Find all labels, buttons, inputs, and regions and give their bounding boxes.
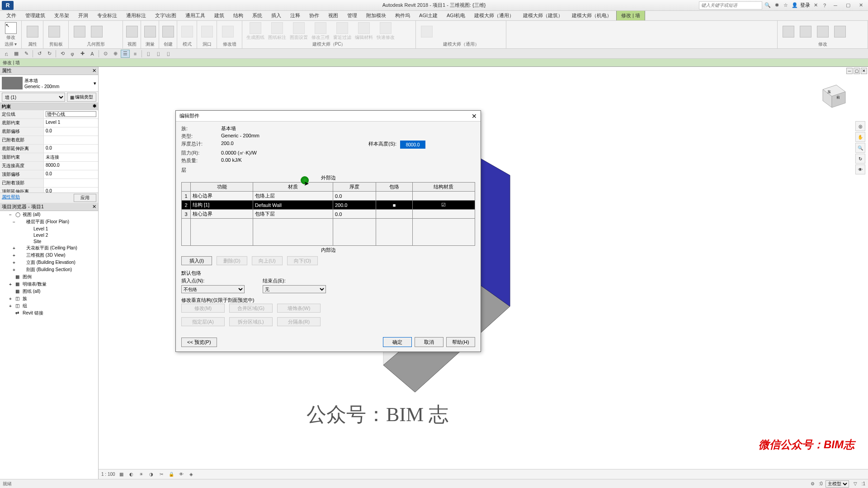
down-button[interactable]: 向下(O) [287,256,318,265]
temp-hide-icon[interactable]: 👁 [178,471,185,478]
modify-wall-tool[interactable] [220,22,236,41]
ribbon-tab[interactable]: 建模大师（通用） [470,11,519,20]
nav-orbit-icon[interactable]: ↻ [855,154,865,164]
cancel-button[interactable]: 取消 [415,337,443,347]
property-row[interactable]: 已附着底部 [0,136,98,145]
tree-item[interactable]: Level 1 [0,225,98,232]
mode-tool[interactable] [180,22,194,41]
create-tool[interactable] [162,22,174,41]
tree-item[interactable]: +天花板平面 (Ceiling Plan) [0,244,98,252]
view-close-icon[interactable]: ✕ [861,68,867,74]
tree-item[interactable]: ⇄Revit 链接 [0,310,98,317]
pc-tool[interactable]: 窗近过滤 [332,22,353,41]
project-browser[interactable]: −◯视图 (all)−楼层平面 (Floor Plan)Level 1Level… [0,211,98,479]
property-row[interactable]: 定位线 [0,110,98,119]
status-icon[interactable]: ⚙ [809,480,816,488]
ribbon-tab[interactable]: 构件坞 [391,11,415,20]
property-row[interactable]: 无连接高度8000.0 [0,162,98,170]
maximize-button[interactable]: ▢ [843,1,854,9]
property-row[interactable]: 顶部偏移0.0 [0,170,98,179]
property-row[interactable]: 底部约束Level 1 [0,119,98,127]
tree-item[interactable]: ▦图纸 (all) [0,288,98,295]
ribbon-tab[interactable]: 修改 | 墙 [616,10,645,20]
layers-table[interactable]: 功能材质厚度包络结构材质 1核心边界包络上层0.02结构 [1]Default … [181,182,475,246]
properties-close-icon[interactable]: ✕ [92,68,96,74]
ribbon-tab[interactable]: 专业标注 [93,11,122,20]
sample-height-input[interactable] [400,141,425,149]
pc-tool[interactable]: 快速修改 [375,22,396,41]
properties-tool[interactable] [24,22,40,41]
qat-btn[interactable]: ☰ [121,50,130,58]
reveal-icon[interactable]: ◈ [188,471,195,478]
ribbon-tab[interactable]: AGI土建 [415,11,442,20]
ribbon-tab[interactable]: 视图 [324,11,343,20]
element-filter[interactable]: 墙 (1) [2,93,65,102]
help-icon[interactable]: ? [821,2,828,9]
property-row[interactable]: 底部偏移0.0 [0,127,98,136]
pc-tool[interactable]: 生成图纸 [245,22,266,41]
layer-row[interactable]: 3核心边界包络下层0.0 [182,210,475,219]
property-row[interactable]: 已附着顶部 [0,179,98,188]
preview-button[interactable]: << 预览(P) [181,338,217,347]
dialog-close-icon[interactable]: ✕ [472,113,477,120]
ribbon-tab[interactable]: 文字\出图 [151,11,181,20]
ribbon-tab[interactable]: AGI机电 [442,11,470,20]
view-min-icon[interactable]: ─ [846,68,853,74]
ribbon-tab[interactable]: 附加模块 [362,11,391,20]
qat-btn[interactable]: ✎ [22,50,31,58]
geom-tool-2[interactable] [89,22,105,41]
tree-item[interactable]: +▦明细表/数量 [0,281,98,288]
lock-icon[interactable]: 🔒 [168,471,175,478]
tree-item[interactable]: ▦图例 [0,273,98,281]
measure-tool[interactable] [144,22,156,41]
ribbon-tab[interactable]: 系统 [248,11,267,20]
qat-btn[interactable]: φ [68,50,77,58]
ribbon-tab[interactable]: 建筑 [210,11,229,20]
ribbon-tab[interactable]: 通用工具 [181,11,210,20]
modify-tool[interactable]: ↖修改 [3,22,19,41]
property-row[interactable]: 底部延伸距离0.0 [0,145,98,153]
ribbon-tab[interactable]: 建模大师（建筑） [519,11,567,20]
qat-btn[interactable]: ⊕ [111,50,120,58]
visual-style-icon[interactable]: ◐ [128,471,135,478]
ribbon-tab[interactable]: 通用标注 [122,11,151,20]
type-selector[interactable]: 基本墙 Generic - 200mm ▾ [0,75,98,92]
modify-tool-d[interactable] [832,22,848,41]
filter-icon[interactable]: ▽ [852,480,859,488]
end-point-select[interactable]: 无 [263,285,326,293]
layer-row[interactable]: 1核心边界包络上层0.0 [182,192,475,201]
chevron-down-icon[interactable]: ▾ [94,80,96,86]
ribbon-tab[interactable]: 管理建筑 [21,11,50,20]
sun-path-icon[interactable]: ☀ [138,471,145,478]
apply-button[interactable]: 应用 [74,194,96,202]
tree-item[interactable]: +三维视图 (3D View) [0,252,98,259]
delete-button[interactable]: 删除(D) [217,256,247,265]
modify-tool-c[interactable] [815,22,831,41]
qat-btn[interactable]: ↺ [35,50,44,58]
qat-btn[interactable]: ⟲ [58,50,67,58]
ribbon-tab[interactable]: 协作 [305,11,324,20]
common-tool[interactable] [419,22,435,41]
detail-level-icon[interactable]: ▦ [118,471,125,478]
tree-item[interactable]: −◯视图 (all) [0,211,98,218]
pc-tool[interactable]: 图面设置 [288,22,309,41]
ribbon-tab[interactable]: 结构 [229,11,248,20]
qat-btn[interactable]: A [88,50,97,58]
ribbon-tab[interactable]: 开洞 [74,11,93,20]
insert-button[interactable]: 插入(I) [181,256,212,265]
pc-tool[interactable]: 编辑材料 [354,22,374,41]
qat-btn[interactable]: ⌷ [144,50,153,58]
tree-item[interactable]: +◫族 [0,295,98,302]
shadow-icon[interactable]: ◑ [148,471,155,478]
sub-icon[interactable]: ✱ [773,2,780,9]
tree-item[interactable]: Site [0,238,98,244]
ribbon-tab[interactable]: 管理 [343,11,362,20]
vert-struct-button[interactable]: 拆分区域(L) [229,317,273,326]
crop-icon[interactable]: ✂ [158,471,165,478]
tree-item[interactable]: +剖面 (Building Section) [0,266,98,273]
view-scale[interactable]: 1 : 100 [101,472,115,477]
qat-btn[interactable]: ▦ [12,50,21,58]
minimize-button[interactable]: ─ [830,1,841,9]
workset-select[interactable]: 主模型 [826,480,849,488]
clipboard-tool[interactable] [46,22,62,41]
